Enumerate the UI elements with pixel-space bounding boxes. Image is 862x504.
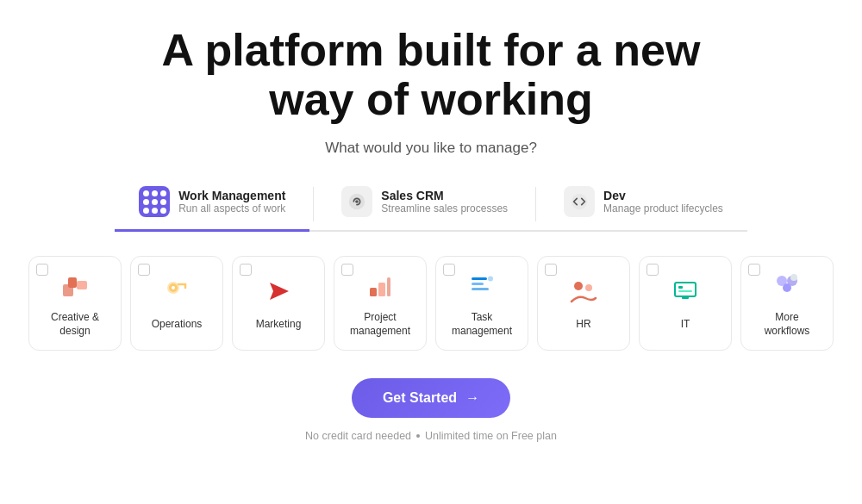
tab-sales-crm[interactable]: Sales CRM Streamline sales processes [317, 177, 532, 232]
tab-dev-desc: Manage product lifecycles [603, 202, 723, 215]
hr-icon [568, 276, 599, 311]
workflow-card-hr[interactable]: HR [537, 256, 630, 351]
get-started-arrow: → [465, 390, 479, 406]
workflow-label-more: Moreworkflows [765, 311, 810, 338]
footer-note: No credit card needed Unlimited time on … [305, 430, 557, 442]
tab-work-management-title: Work Management [178, 189, 285, 202]
workflow-checkbox-more[interactable] [748, 264, 760, 276]
svg-rect-19 [675, 283, 696, 296]
workflow-checkbox-hr[interactable] [545, 264, 557, 276]
creative-icon [59, 269, 91, 304]
svg-rect-12 [387, 277, 390, 296]
tab-sales-crm-desc: Streamline sales processes [381, 202, 508, 215]
dev-icon [564, 186, 595, 217]
workflow-checkbox-marketing[interactable] [240, 264, 252, 276]
svg-point-8 [172, 286, 175, 289]
svg-rect-13 [472, 277, 487, 280]
footer-note-left: No credit card needed [305, 430, 411, 442]
workflow-label-creative: Creative &design [51, 311, 99, 338]
svg-rect-15 [472, 288, 489, 290]
tab-work-management[interactable]: Work Management Run all aspects of work [115, 177, 309, 232]
page-headline: A platform built for a new way of workin… [129, 26, 733, 124]
workflow-label-it: IT [681, 318, 690, 332]
workflow-card-creative[interactable]: Creative &design [28, 256, 122, 351]
workflow-card-project[interactable]: Projectmanagement [334, 256, 427, 351]
sales-crm-icon [341, 186, 372, 217]
svg-point-1 [356, 201, 359, 204]
workflows-grid: Creative &design Operations Marketing [28, 256, 834, 351]
product-tabs: Work Management Run all aspects of work … [115, 177, 747, 232]
workflow-card-operations[interactable]: Operations [130, 256, 223, 351]
tab-dev-title: Dev [603, 189, 723, 202]
workflow-checkbox-creative[interactable] [36, 264, 48, 276]
project-icon [365, 269, 396, 304]
get-started-button[interactable]: Get Started → [352, 378, 510, 418]
workflow-card-it[interactable]: IT [639, 256, 732, 351]
svg-point-16 [488, 277, 493, 282]
svg-point-26 [790, 274, 797, 281]
workflow-card-more[interactable]: Moreworkflows [740, 256, 834, 351]
footer-note-right: Unlimited time on Free plan [425, 430, 557, 442]
task-icon [466, 269, 497, 304]
workflow-label-operations: Operations [152, 318, 203, 332]
workflow-label-task: Taskmanagement [452, 311, 512, 338]
workflow-card-marketing[interactable]: Marketing [232, 256, 325, 351]
workflow-card-task[interactable]: Taskmanagement [435, 256, 528, 351]
svg-rect-11 [378, 283, 385, 296]
svg-rect-21 [678, 290, 692, 292]
it-icon [670, 276, 701, 311]
svg-rect-22 [682, 296, 689, 299]
svg-rect-20 [678, 286, 683, 289]
tab-divider-2 [535, 187, 536, 221]
svg-marker-9 [270, 283, 289, 300]
svg-rect-14 [472, 283, 484, 285]
tab-dev[interactable]: Dev Manage product lifecycles [540, 177, 747, 232]
workflow-checkbox-operations[interactable] [138, 264, 150, 276]
work-management-icon [139, 186, 170, 217]
workflow-checkbox-it[interactable] [646, 264, 659, 276]
operations-icon [161, 276, 192, 311]
get-started-label: Get Started [383, 390, 457, 406]
page-subtitle: What would you like to manage? [325, 140, 537, 157]
tab-sales-crm-title: Sales CRM [381, 189, 508, 202]
svg-point-25 [783, 283, 791, 292]
footer-dot [416, 434, 420, 438]
workflow-checkbox-task[interactable] [443, 264, 455, 276]
workflow-checkbox-project[interactable] [341, 264, 353, 276]
svg-point-18 [585, 284, 592, 291]
workflow-label-hr: HR [576, 318, 590, 332]
marketing-icon [263, 276, 294, 311]
svg-point-17 [574, 282, 583, 290]
svg-rect-4 [68, 277, 77, 288]
svg-rect-5 [77, 281, 87, 289]
workflow-label-project: Projectmanagement [350, 311, 410, 338]
more-icon [771, 269, 803, 304]
svg-rect-10 [370, 288, 377, 296]
tab-divider-1 [313, 187, 314, 221]
tab-work-management-desc: Run all aspects of work [178, 202, 285, 215]
workflow-label-marketing: Marketing [256, 318, 302, 332]
